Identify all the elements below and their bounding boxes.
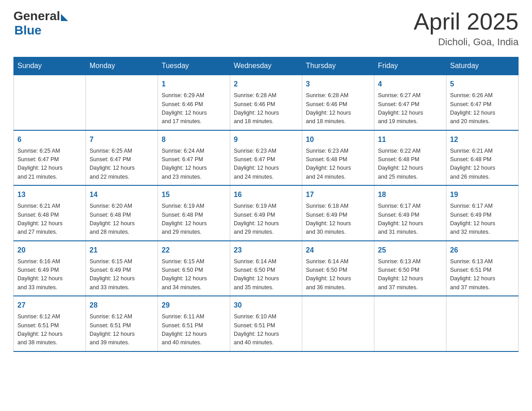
month-year-title: April 2025: [414, 9, 519, 34]
calendar-week-row: 27Sunrise: 6:12 AM Sunset: 6:51 PM Dayli…: [14, 296, 519, 351]
day-info: Sunrise: 6:29 AM Sunset: 6:46 PM Dayligh…: [162, 91, 226, 126]
day-number: 7: [90, 134, 154, 145]
day-number: 30: [234, 300, 298, 311]
calendar-cell: 29Sunrise: 6:11 AM Sunset: 6:51 PM Dayli…: [158, 296, 230, 351]
day-number: 2: [234, 79, 298, 90]
calendar-cell: 27Sunrise: 6:12 AM Sunset: 6:51 PM Dayli…: [14, 296, 86, 351]
day-info: Sunrise: 6:25 AM Sunset: 6:47 PM Dayligh…: [17, 147, 82, 182]
calendar-cell: 18Sunrise: 6:17 AM Sunset: 6:49 PM Dayli…: [374, 185, 446, 241]
day-number: 15: [162, 189, 226, 200]
calendar-cell: 14Sunrise: 6:20 AM Sunset: 6:48 PM Dayli…: [86, 185, 158, 241]
day-info: Sunrise: 6:18 AM Sunset: 6:49 PM Dayligh…: [306, 202, 370, 237]
day-info: Sunrise: 6:21 AM Sunset: 6:48 PM Dayligh…: [450, 147, 515, 182]
calendar-table: SundayMondayTuesdayWednesdayThursdayFrid…: [13, 57, 519, 352]
day-number: 13: [17, 189, 82, 200]
day-header-thursday: Thursday: [302, 57, 374, 75]
day-number: 21: [90, 245, 154, 256]
calendar-cell: 30Sunrise: 6:10 AM Sunset: 6:51 PM Dayli…: [230, 296, 302, 351]
calendar-cell: 6Sunrise: 6:25 AM Sunset: 6:47 PM Daylig…: [14, 130, 86, 186]
day-info: Sunrise: 6:23 AM Sunset: 6:47 PM Dayligh…: [234, 147, 298, 182]
day-info: Sunrise: 6:17 AM Sunset: 6:49 PM Dayligh…: [378, 202, 442, 237]
day-info: Sunrise: 6:12 AM Sunset: 6:51 PM Dayligh…: [90, 313, 154, 347]
day-info: Sunrise: 6:20 AM Sunset: 6:48 PM Dayligh…: [90, 202, 154, 237]
calendar-cell: [446, 296, 519, 351]
day-info: Sunrise: 6:14 AM Sunset: 6:50 PM Dayligh…: [234, 257, 298, 292]
calendar-cell: 28Sunrise: 6:12 AM Sunset: 6:51 PM Dayli…: [86, 296, 158, 351]
calendar-cell: 16Sunrise: 6:19 AM Sunset: 6:49 PM Dayli…: [230, 185, 302, 241]
day-number: 11: [378, 134, 442, 145]
day-number: 14: [90, 189, 154, 200]
day-info: Sunrise: 6:13 AM Sunset: 6:50 PM Dayligh…: [378, 257, 442, 292]
day-info: Sunrise: 6:13 AM Sunset: 6:51 PM Dayligh…: [450, 257, 515, 292]
day-info: Sunrise: 6:21 AM Sunset: 6:48 PM Dayligh…: [17, 202, 82, 237]
day-info: Sunrise: 6:28 AM Sunset: 6:46 PM Dayligh…: [306, 91, 370, 126]
day-header-tuesday: Tuesday: [158, 57, 230, 75]
day-info: Sunrise: 6:24 AM Sunset: 6:47 PM Dayligh…: [162, 147, 226, 182]
calendar-cell: [14, 75, 86, 130]
day-number: 5: [450, 79, 515, 90]
day-number: 29: [162, 300, 226, 311]
day-number: 28: [90, 300, 154, 311]
day-info: Sunrise: 6:14 AM Sunset: 6:50 PM Dayligh…: [306, 257, 370, 292]
day-header-friday: Friday: [374, 57, 446, 75]
day-number: 8: [162, 134, 226, 145]
calendar-cell: 24Sunrise: 6:14 AM Sunset: 6:50 PM Dayli…: [302, 241, 374, 296]
day-info: Sunrise: 6:17 AM Sunset: 6:49 PM Dayligh…: [450, 202, 515, 237]
calendar-week-row: 20Sunrise: 6:16 AM Sunset: 6:49 PM Dayli…: [14, 241, 519, 296]
day-header-monday: Monday: [86, 57, 158, 75]
day-info: Sunrise: 6:16 AM Sunset: 6:49 PM Dayligh…: [17, 257, 82, 292]
calendar-cell: 20Sunrise: 6:16 AM Sunset: 6:49 PM Dayli…: [14, 241, 86, 296]
day-number: 19: [450, 189, 515, 200]
day-info: Sunrise: 6:10 AM Sunset: 6:51 PM Dayligh…: [234, 313, 298, 347]
day-info: Sunrise: 6:19 AM Sunset: 6:49 PM Dayligh…: [234, 202, 298, 237]
day-number: 25: [378, 245, 442, 256]
calendar-cell: 5Sunrise: 6:26 AM Sunset: 6:47 PM Daylig…: [446, 75, 519, 130]
day-number: 18: [378, 189, 442, 200]
day-number: 6: [17, 134, 82, 145]
day-info: Sunrise: 6:27 AM Sunset: 6:47 PM Dayligh…: [378, 91, 442, 126]
day-number: 10: [306, 134, 370, 145]
calendar-cell: [374, 296, 446, 351]
location-subtitle: Dicholi, Goa, India: [414, 36, 519, 48]
day-number: 1: [162, 79, 226, 90]
day-info: Sunrise: 6:23 AM Sunset: 6:48 PM Dayligh…: [306, 147, 370, 182]
day-number: 22: [162, 245, 226, 256]
calendar-cell: 23Sunrise: 6:14 AM Sunset: 6:50 PM Dayli…: [230, 241, 302, 296]
calendar-header-row: SundayMondayTuesdayWednesdayThursdayFrid…: [14, 57, 519, 75]
day-number: 9: [234, 134, 298, 145]
title-section: April 2025 Dicholi, Goa, India: [414, 9, 519, 48]
calendar-cell: 7Sunrise: 6:25 AM Sunset: 6:47 PM Daylig…: [86, 130, 158, 186]
calendar-cell: 10Sunrise: 6:23 AM Sunset: 6:48 PM Dayli…: [302, 130, 374, 186]
calendar-cell: 13Sunrise: 6:21 AM Sunset: 6:48 PM Dayli…: [14, 185, 86, 241]
calendar-cell: 11Sunrise: 6:22 AM Sunset: 6:48 PM Dayli…: [374, 130, 446, 186]
calendar-cell: [302, 296, 374, 351]
day-info: Sunrise: 6:22 AM Sunset: 6:48 PM Dayligh…: [378, 147, 442, 182]
logo-blue-text: Blue: [14, 23, 42, 38]
page-header: General Blue April 2025 Dicholi, Goa, In…: [13, 9, 519, 48]
calendar-cell: 17Sunrise: 6:18 AM Sunset: 6:49 PM Dayli…: [302, 185, 374, 241]
day-info: Sunrise: 6:26 AM Sunset: 6:47 PM Dayligh…: [450, 91, 515, 126]
day-info: Sunrise: 6:15 AM Sunset: 6:49 PM Dayligh…: [90, 257, 154, 292]
day-header-wednesday: Wednesday: [230, 57, 302, 75]
calendar-cell: 21Sunrise: 6:15 AM Sunset: 6:49 PM Dayli…: [86, 241, 158, 296]
logo-general-text: General: [13, 9, 60, 23]
day-number: 4: [378, 79, 442, 90]
calendar-cell: 15Sunrise: 6:19 AM Sunset: 6:48 PM Dayli…: [158, 185, 230, 241]
calendar-cell: [86, 75, 158, 130]
day-info: Sunrise: 6:28 AM Sunset: 6:46 PM Dayligh…: [234, 91, 298, 126]
day-info: Sunrise: 6:11 AM Sunset: 6:51 PM Dayligh…: [162, 313, 226, 347]
day-number: 17: [306, 189, 370, 200]
calendar-cell: 3Sunrise: 6:28 AM Sunset: 6:46 PM Daylig…: [302, 75, 374, 130]
logo-arrow-icon: [61, 14, 68, 21]
logo: General Blue: [13, 9, 68, 38]
day-number: 16: [234, 189, 298, 200]
day-number: 23: [234, 245, 298, 256]
day-number: 3: [306, 79, 370, 90]
day-header-saturday: Saturday: [446, 57, 519, 75]
calendar-cell: 2Sunrise: 6:28 AM Sunset: 6:46 PM Daylig…: [230, 75, 302, 130]
calendar-week-row: 1Sunrise: 6:29 AM Sunset: 6:46 PM Daylig…: [14, 75, 519, 130]
calendar-cell: 26Sunrise: 6:13 AM Sunset: 6:51 PM Dayli…: [446, 241, 519, 296]
calendar-cell: 1Sunrise: 6:29 AM Sunset: 6:46 PM Daylig…: [158, 75, 230, 130]
day-info: Sunrise: 6:25 AM Sunset: 6:47 PM Dayligh…: [90, 147, 154, 182]
day-number: 24: [306, 245, 370, 256]
